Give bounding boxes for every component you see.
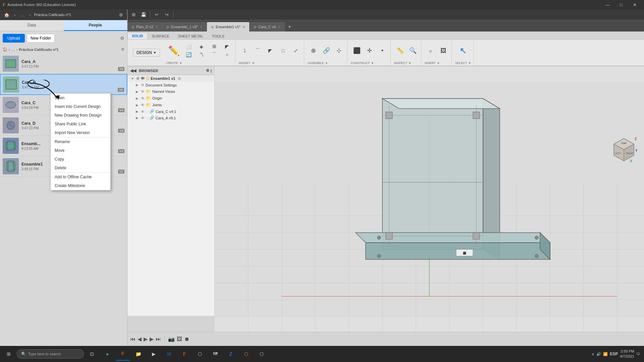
tab-cara-c-close[interactable]: ✕: [278, 25, 280, 29]
scale-button[interactable]: ⤢: [290, 47, 302, 54]
maximize-button[interactable]: □: [614, 0, 628, 9]
taskbar-search[interactable]: 🔍 Type here to search: [17, 349, 84, 359]
task-view-button[interactable]: ⊡: [85, 347, 99, 361]
breadcrumb-gear-icon[interactable]: ⚙: [121, 47, 124, 52]
network-icon[interactable]: 📶: [603, 352, 608, 356]
menu-move[interactable]: Move: [51, 146, 110, 155]
revolve-button[interactable]: 🔄: [183, 51, 195, 58]
tree-joints[interactable]: ▶ 👁 📁 Joints: [127, 102, 214, 108]
tab-plan-d[interactable]: ⊙ Plan_D v2 ✕: [127, 22, 162, 32]
timeline-record-icon[interactable]: ⏺: [184, 336, 190, 342]
close-button[interactable]: ✕: [628, 0, 641, 9]
loft-button[interactable]: ◈: [196, 43, 208, 50]
fusion-taskbar-button[interactable]: F: [115, 347, 130, 361]
redo-button[interactable]: ↪: [162, 11, 171, 19]
axis-button[interactable]: ✛: [364, 46, 376, 55]
office-button[interactable]: W: [162, 347, 176, 361]
tab-ensamble1-close[interactable]: ✕: [200, 25, 203, 29]
tab-people[interactable]: People: [64, 20, 127, 31]
upload-button[interactable]: Upload: [3, 34, 25, 43]
modify-fillet-button[interactable]: ⌒: [252, 47, 264, 55]
new-folder-button[interactable]: New Folder: [27, 34, 55, 43]
tab-tools[interactable]: TOOLS: [208, 33, 229, 39]
tab-plan-close[interactable]: ✕: [155, 25, 158, 29]
new-component-button[interactable]: ⊕: [308, 46, 320, 55]
insert-mesh-button[interactable]: ⬦: [425, 46, 437, 55]
tab-ensamble1v1[interactable]: ⊙ Ensamble1 v1* ✕: [207, 22, 250, 32]
app7-button[interactable]: ⬡: [254, 347, 269, 361]
timeline-prev-button[interactable]: ◀: [138, 336, 142, 342]
sweep-button[interactable]: 〽: [196, 51, 208, 58]
file-item-cara-a[interactable]: Cara_A 3:47:13 PM V9: [0, 54, 127, 74]
tree-doc-settings[interactable]: ▶ ⚙ Document Settings: [127, 82, 214, 88]
menu-offline[interactable]: Add to Offline Cache: [51, 172, 110, 181]
tree-cara-c[interactable]: ▶ 👁 □ 🔗 Cara_C v4:1: [127, 108, 214, 115]
tree-cara-a[interactable]: ▶ 👁 □ 🔗 Cara_A v9:1: [127, 115, 214, 121]
tree-named-views[interactable]: ▶ 👁 📁 Named Views: [127, 88, 214, 95]
menu-share-link[interactable]: Share Public Link: [51, 120, 110, 128]
shell-button[interactable]: □: [277, 47, 289, 54]
file-explorer-button[interactable]: 📁: [131, 347, 146, 361]
tray-arrow-icon[interactable]: ∧: [592, 352, 594, 356]
menu-import-version[interactable]: Import New Version: [51, 128, 110, 137]
save-button[interactable]: 💾: [139, 11, 148, 19]
tree-root[interactable]: ▼ ⚙ 👁 ⬡ Ensamble1 v1 ⊙: [127, 75, 214, 82]
app2-button[interactable]: F: [177, 347, 192, 361]
modify-chamfer-button[interactable]: ◤: [264, 47, 276, 54]
timeline-last-button[interactable]: ⏭: [156, 336, 161, 342]
chrome-button[interactable]: ●: [100, 347, 115, 361]
start-button[interactable]: ⊞: [1, 347, 16, 361]
notification-icon[interactable]: 🗨: [636, 352, 640, 356]
hole-button[interactable]: ○: [221, 51, 233, 58]
timeline-play-button[interactable]: ▶: [144, 336, 148, 342]
app6-button[interactable]: ⬡: [239, 347, 254, 361]
tab-solid[interactable]: SOLID: [127, 33, 148, 39]
undo-button[interactable]: ↩: [152, 11, 161, 19]
tree-origin[interactable]: ▶ 👁 📁 Origin: [127, 95, 214, 102]
nav-cube[interactable]: TOP LEFT RIGHT Z Y X: [610, 137, 637, 164]
chamfer-button[interactable]: ◤: [221, 43, 233, 50]
menu-delete[interactable]: Delete: [51, 164, 110, 172]
panel-settings-icon[interactable]: ⚙: [118, 12, 124, 18]
app4-button[interactable]: 🗺: [208, 347, 223, 361]
tab-ensamble1v1-close[interactable]: ✕: [243, 25, 245, 29]
point-button[interactable]: •: [376, 46, 388, 55]
select-button[interactable]: ↖: [455, 45, 471, 57]
menu-rename[interactable]: Rename: [51, 137, 110, 146]
tab-sheet-metal[interactable]: SHEET METAL: [174, 33, 208, 39]
clock[interactable]: 3:59 PM 4/7/2021: [620, 349, 634, 359]
measure-button[interactable]: 📏: [394, 46, 406, 55]
joint-button[interactable]: 🔗: [320, 46, 332, 55]
menu-milestone[interactable]: Create Milestone: [51, 181, 110, 190]
browser-settings-icon[interactable]: ⚙: [206, 68, 209, 73]
minimize-button[interactable]: —: [601, 0, 614, 9]
speakers-icon[interactable]: 🔊: [596, 352, 601, 356]
timeline-first-button[interactable]: ⏮: [130, 336, 136, 342]
offset-plane-button[interactable]: ⬛: [351, 46, 363, 55]
move-copy-button[interactable]: ⊹: [333, 46, 345, 55]
tab-cara-c[interactable]: ⊙ Cara_C v4 ✕: [250, 22, 285, 32]
create-sketch-button[interactable]: ✏️: [166, 44, 182, 57]
menu-open[interactable]: Open: [51, 94, 110, 102]
press-pull-button[interactable]: ⤵: [239, 47, 251, 54]
extrude-button[interactable]: ⬜: [183, 43, 195, 50]
app3-button[interactable]: ⬡: [193, 347, 207, 361]
timeline-next-button[interactable]: ▶: [150, 336, 154, 342]
tab-surface[interactable]: SURFACE: [148, 33, 174, 39]
fillet-button[interactable]: ⌒: [208, 51, 220, 59]
menu-new-drawing[interactable]: New Drawing from Design: [51, 111, 110, 120]
file-item-cara-b[interactable]: Cara_B 3:47:16 PM V6: [0, 74, 127, 95]
inspect-button[interactable]: 🔍: [407, 46, 419, 55]
browser-pin-icon[interactable]: |: [211, 69, 212, 73]
grid-view-button[interactable]: ⊞: [129, 11, 138, 19]
app5-button[interactable]: Z: [223, 347, 238, 361]
tab-ensamble1[interactable]: ⊙ Ensamble_1 v3* ✕: [162, 22, 207, 32]
design-dropdown[interactable]: DESIGN ▼: [133, 49, 160, 57]
insert-canvas-button[interactable]: 🖼: [437, 46, 449, 55]
menu-insert[interactable]: Insert into Current Design: [51, 102, 110, 111]
new-tab-button[interactable]: +: [285, 22, 294, 32]
rib-button[interactable]: ⊞: [208, 43, 220, 50]
timeline-camera-icon[interactable]: 📷: [168, 336, 175, 342]
viewport-3d[interactable]: ⬛ TOP LEFT RIGHT Z Y X: [215, 66, 644, 332]
media-player-button[interactable]: ▶: [146, 347, 161, 361]
